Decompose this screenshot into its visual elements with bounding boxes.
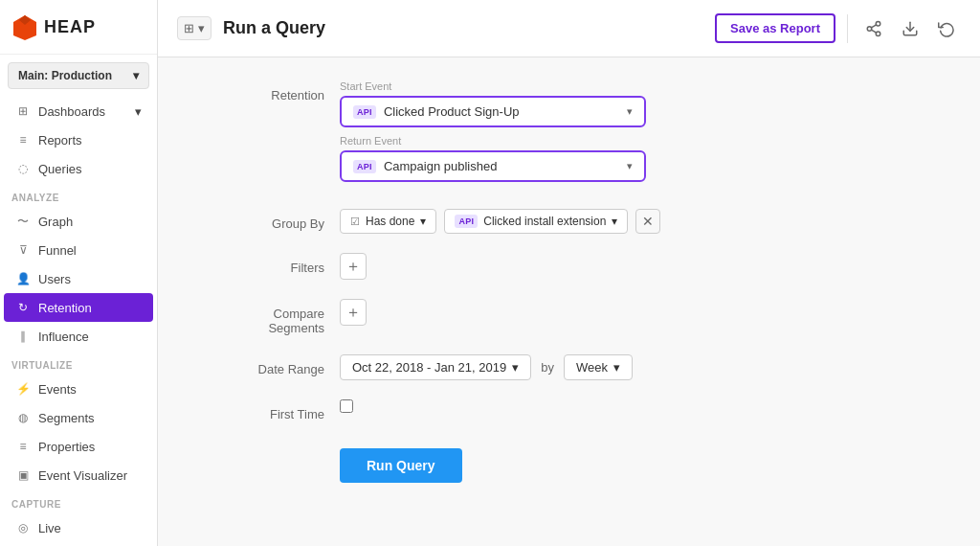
compare-segments-label: Compare Segments bbox=[215, 299, 340, 335]
date-range-label: Date Range bbox=[215, 354, 340, 376]
sidebar-item-graph[interactable]: 〜 Graph bbox=[4, 207, 153, 236]
section-capture: Capture bbox=[0, 489, 157, 513]
remove-group-by-button[interactable]: ✕ bbox=[635, 209, 660, 234]
group-by-chip-has-done[interactable]: ☑ Has done ▾ bbox=[340, 209, 436, 234]
sidebar-item-live[interactable]: ◎ Live bbox=[4, 513, 153, 542]
header-left: ⊞ ▾ Run a Query bbox=[177, 16, 325, 40]
svg-line-6 bbox=[871, 24, 876, 27]
start-event-dropdown[interactable]: API Clicked Product Sign-Up ▾ bbox=[340, 96, 646, 127]
view-selector[interactable]: ⊞ ▾ bbox=[177, 16, 212, 40]
sidebar-label-influence: Influence bbox=[38, 330, 89, 344]
add-filter-button[interactable]: ＋ bbox=[340, 253, 367, 280]
sidebar-item-retention[interactable]: ↻ Retention bbox=[4, 293, 153, 322]
header: ⊞ ▾ Run a Query Save as Report bbox=[158, 0, 980, 57]
save-as-report-button[interactable]: Save as Report bbox=[715, 13, 835, 43]
section-analyze: Analyze bbox=[0, 183, 157, 207]
sidebar-item-event-visualizer[interactable]: ▣ Event Visualizer bbox=[4, 461, 153, 489]
env-selector[interactable]: Main: Production ▾ bbox=[8, 62, 149, 89]
group-by-chips: ☑ Has done ▾ API Clicked install extensi… bbox=[340, 209, 923, 234]
sidebar-label-reports: Reports bbox=[38, 133, 82, 148]
share-icon bbox=[865, 20, 882, 37]
segments-icon: ◍ bbox=[15, 410, 31, 425]
sidebar-label-dashboards: Dashboards bbox=[38, 104, 105, 119]
sidebar-item-segments[interactable]: ◍ Segments bbox=[4, 403, 153, 432]
sidebar-item-dashboards[interactable]: ⊞ Dashboards ▾ bbox=[4, 97, 153, 125]
sidebar-label-graph: Graph bbox=[38, 215, 73, 229]
date-range-picker[interactable]: Oct 22, 2018 - Jan 21, 2019 ▾ bbox=[340, 354, 531, 380]
start-event-api-badge: API bbox=[353, 105, 376, 119]
dashboards-arrow: ▾ bbox=[135, 104, 142, 119]
sidebar-label-live: Live bbox=[38, 521, 61, 535]
history-button[interactable] bbox=[932, 14, 961, 43]
dashboards-icon: ⊞ bbox=[15, 103, 31, 119]
first-time-checkbox[interactable] bbox=[340, 399, 353, 413]
first-time-row: First Time bbox=[215, 399, 923, 421]
queries-icon: ◌ bbox=[15, 161, 31, 176]
divider bbox=[847, 14, 848, 43]
group-by-chip-clicked-install[interactable]: API Clicked install extension ▾ bbox=[444, 209, 628, 234]
live-icon: ◎ bbox=[15, 520, 31, 535]
view-chevron-icon: ▾ bbox=[198, 21, 205, 35]
week-value: Week bbox=[576, 360, 608, 375]
add-compare-segments-button[interactable]: ＋ bbox=[340, 299, 367, 326]
main-panel: ⊞ ▾ Run a Query Save as Report bbox=[158, 0, 980, 546]
graph-icon: 〜 bbox=[15, 214, 31, 229]
sidebar-item-queries[interactable]: ◌ Queries bbox=[4, 154, 153, 183]
sidebar-item-events[interactable]: ⚡ Events bbox=[4, 375, 153, 403]
sidebar-label-segments: Segments bbox=[38, 411, 95, 425]
funnel-icon: ⊽ bbox=[15, 242, 31, 258]
sidebar-item-funnel[interactable]: ⊽ Funnel bbox=[4, 236, 153, 264]
return-event-chevron: ▾ bbox=[627, 160, 633, 172]
start-event-sublabel: Start Event bbox=[340, 80, 923, 92]
first-time-controls bbox=[340, 399, 923, 413]
influence-icon: ∥ bbox=[15, 329, 31, 344]
retention-label: Retention bbox=[215, 80, 340, 102]
sidebar-label-users: Users bbox=[38, 272, 71, 286]
by-label: by bbox=[541, 360, 554, 375]
date-range-chevron: ▾ bbox=[512, 360, 519, 375]
compare-segments-row: Compare Segments ＋ bbox=[215, 299, 923, 335]
sidebar-item-reports[interactable]: ≡ Reports bbox=[4, 125, 153, 154]
download-button[interactable] bbox=[896, 14, 924, 43]
history-icon bbox=[938, 20, 955, 37]
return-event-dropdown[interactable]: API Campaign published ▾ bbox=[340, 150, 646, 182]
env-arrow: ▾ bbox=[133, 69, 139, 82]
run-query-button[interactable]: Run Query bbox=[340, 448, 462, 483]
filters-label: Filters bbox=[215, 253, 340, 275]
chip2-api-badge: API bbox=[455, 215, 478, 228]
properties-icon: ≡ bbox=[15, 439, 31, 454]
group-by-label: Group By bbox=[215, 209, 340, 231]
retention-icon: ↻ bbox=[15, 300, 31, 315]
section-virtualize: Virtualize bbox=[0, 351, 157, 375]
retention-row: Retention Start Event API Clicked Produc… bbox=[215, 80, 923, 190]
sidebar-item-properties[interactable]: ≡ Properties bbox=[4, 432, 153, 461]
filters-row: Filters ＋ bbox=[215, 253, 923, 280]
reports-icon: ≡ bbox=[15, 132, 31, 148]
sidebar-label-funnel: Funnel bbox=[38, 243, 77, 258]
header-right: Save as Report bbox=[715, 13, 961, 43]
return-event-value: Campaign published bbox=[384, 159, 498, 173]
return-event-sublabel: Return Event bbox=[340, 135, 923, 147]
week-chevron: ▾ bbox=[613, 360, 620, 375]
heap-logo-icon bbox=[11, 13, 38, 40]
sidebar-label-queries: Queries bbox=[38, 162, 82, 176]
chip-has-done-label: Has done bbox=[366, 215, 414, 228]
has-done-chevron: ▾ bbox=[420, 215, 426, 228]
week-selector[interactable]: Week ▾ bbox=[564, 354, 633, 380]
sidebar-item-users[interactable]: 👤 Users bbox=[4, 264, 153, 293]
return-event-api-badge: API bbox=[353, 160, 376, 173]
event-visualizer-icon: ▣ bbox=[15, 467, 31, 483]
sidebar-label-retention: Retention bbox=[38, 301, 92, 315]
heap-logo-text: HEAP bbox=[44, 17, 96, 37]
checkbox-icon: ☑ bbox=[350, 216, 360, 228]
query-form: Retention Start Event API Clicked Produc… bbox=[158, 57, 980, 546]
share-button[interactable] bbox=[859, 14, 888, 43]
start-event-chevron: ▾ bbox=[627, 105, 633, 118]
start-event-value: Clicked Product Sign-Up bbox=[384, 104, 520, 119]
svg-line-5 bbox=[871, 30, 876, 33]
env-label: Main: Production bbox=[18, 69, 112, 82]
sidebar-label-events: Events bbox=[38, 382, 77, 397]
sidebar-item-influence[interactable]: ∥ Influence bbox=[4, 322, 153, 351]
sidebar-item-sources[interactable]: ✺ Sources bbox=[4, 542, 153, 546]
date-range-value: Oct 22, 2018 - Jan 21, 2019 bbox=[352, 360, 506, 375]
